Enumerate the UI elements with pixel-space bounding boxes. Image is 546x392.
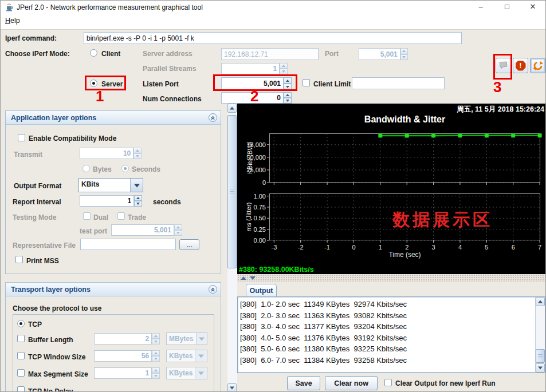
max-segment-unit-value: KBytes bbox=[167, 367, 195, 379]
clear-output-label: Clear Output for new Iperf Run bbox=[395, 379, 496, 387]
collapse-application-panel-icon[interactable] bbox=[209, 113, 217, 122]
output-scrollbar[interactable] bbox=[535, 297, 545, 373]
server-address-input bbox=[221, 48, 319, 60]
report-interval-spinner[interactable] bbox=[80, 195, 142, 207]
application-layer-panel: Application layer options Enable Compati… bbox=[5, 110, 221, 274]
listen-port-label: Listen Port bbox=[143, 80, 179, 88]
options-scrollbar-thumb[interactable] bbox=[227, 115, 237, 268]
server-address-label: Server address bbox=[143, 50, 193, 58]
output-scroll-up-icon[interactable] bbox=[536, 297, 545, 306]
client-limit-input[interactable] bbox=[352, 77, 445, 89]
jitter-axis-label: ms (Jitter) bbox=[245, 202, 252, 231]
restart-iperf-button[interactable] bbox=[530, 58, 545, 73]
stop-iperf-button[interactable]: ! bbox=[513, 58, 528, 73]
clear-now-button[interactable]: Clear now bbox=[325, 376, 378, 390]
transmit-spinner bbox=[80, 148, 142, 159]
bandwidth-axis-label: KBits (BW) bbox=[246, 142, 253, 174]
output-scroll-down-icon[interactable] bbox=[536, 363, 545, 373]
report-interval-field[interactable] bbox=[80, 195, 134, 207]
splitter-down-icon[interactable] bbox=[250, 276, 256, 280]
time-axis-label: Time (sec) bbox=[269, 251, 540, 259]
log-line: [380] 5.0- 6.0 sec 11380 KBytes 93225 Kb… bbox=[240, 343, 533, 355]
iperf-command-input[interactable] bbox=[84, 32, 462, 44]
y-tick-label: 0 bbox=[262, 179, 266, 186]
tcp-radio[interactable] bbox=[17, 320, 25, 327]
max-segment-field bbox=[94, 367, 152, 379]
report-interval-buttons[interactable] bbox=[134, 195, 142, 207]
output-format-dropdown-icon[interactable] bbox=[130, 179, 143, 192]
print-mss-checkbox[interactable] bbox=[15, 256, 23, 263]
port-spinner bbox=[359, 48, 408, 60]
tcp-no-delay-label: TCP No Delay bbox=[28, 387, 73, 392]
iperf-command-label: Iperf command: bbox=[5, 34, 57, 42]
output-scrollbar-thumb[interactable] bbox=[536, 349, 545, 363]
maximize-button[interactable]: □ bbox=[501, 2, 513, 13]
annotation-number-2: 2 bbox=[250, 88, 258, 105]
output-log[interactable]: [380] 1.0- 2.0 sec 11349 KBytes 92974 Kb… bbox=[240, 299, 533, 371]
bytes-radio-label: Bytes bbox=[93, 165, 112, 173]
buffer-length-checkbox[interactable] bbox=[17, 335, 25, 342]
minimize-button[interactable]: – bbox=[474, 2, 487, 13]
num-connections-label: Num Connections bbox=[143, 95, 202, 103]
report-interval-label: Report Interval bbox=[13, 198, 61, 206]
test-port-spinner bbox=[111, 224, 182, 236]
buffer-length-label: Buffer Length bbox=[28, 336, 73, 344]
title-bar: JPerf 2.0 - Network performance measurem… bbox=[1, 1, 545, 14]
tcp-no-delay-checkbox[interactable] bbox=[17, 386, 25, 392]
report-interval-unit-label: seconds bbox=[153, 198, 181, 206]
tcp-window-field bbox=[94, 350, 152, 362]
tcp-window-checkbox[interactable] bbox=[17, 352, 25, 359]
annotation-number-1: 1 bbox=[96, 88, 104, 105]
chart-panel: 周五, 11 5月 2018 15:26:24 Bandwidth & Jitt… bbox=[237, 104, 546, 274]
transport-layer-header: Transport layer options bbox=[6, 283, 221, 296]
buffer-length-buttons bbox=[152, 333, 160, 345]
y-tick-label: 1.00 bbox=[254, 193, 266, 200]
application-layer-title: Application layer options bbox=[11, 114, 96, 122]
parallel-streams-label: Parallel Streams bbox=[143, 65, 196, 73]
buffer-length-unit-combo: MBytes bbox=[166, 332, 207, 345]
options-scrollbar[interactable] bbox=[227, 104, 237, 392]
max-segment-unit-combo: KBytes bbox=[166, 367, 207, 379]
annotation-box-run-button bbox=[493, 54, 512, 80]
parallel-streams-spinner bbox=[221, 63, 288, 74]
scroll-down-icon[interactable] bbox=[227, 383, 237, 392]
menu-help[interactable]: Help bbox=[5, 17, 20, 25]
max-segment-label: Max Segment Size bbox=[28, 370, 88, 378]
log-line: [380] 4.0- 5.0 sec 11376 KBytes 93192 Kb… bbox=[240, 332, 533, 344]
x-tick-label: -3 bbox=[265, 244, 282, 251]
bytes-radio bbox=[83, 165, 90, 172]
x-tick-label: -1 bbox=[319, 244, 336, 251]
test-port-buttons bbox=[174, 224, 182, 236]
x-tick-label: 4 bbox=[451, 244, 469, 251]
tcp-window-unit-combo: KBytes bbox=[166, 350, 207, 362]
clear-output-checkbox[interactable] bbox=[384, 379, 392, 386]
scroll-up-icon[interactable] bbox=[227, 104, 237, 113]
x-tick-label: 7 bbox=[531, 244, 546, 251]
close-button[interactable]: ✕ bbox=[527, 2, 539, 13]
client-limit-label: Client Limit bbox=[313, 80, 351, 88]
x-tick-label: 3 bbox=[425, 244, 442, 251]
chart-output-splitter[interactable] bbox=[237, 274, 546, 282]
y-tick-label: 0.00 bbox=[254, 237, 266, 244]
client-radio[interactable] bbox=[90, 49, 97, 57]
max-segment-checkbox[interactable] bbox=[17, 369, 25, 377]
representative-file-input[interactable] bbox=[80, 239, 176, 250]
tcp-window-buttons bbox=[152, 350, 160, 362]
collapse-transport-panel-icon[interactable] bbox=[209, 285, 217, 294]
print-mss-label: Print MSS bbox=[26, 257, 59, 265]
port-spinner-buttons bbox=[400, 48, 408, 60]
num-connections-buttons[interactable] bbox=[284, 92, 292, 104]
port-spinner-field bbox=[359, 48, 400, 60]
x-tick-label: 5 bbox=[478, 244, 495, 251]
java-app-icon bbox=[5, 3, 14, 12]
enable-compatibility-checkbox[interactable] bbox=[18, 134, 25, 141]
buffer-length-unit-dropdown-icon bbox=[196, 333, 207, 345]
output-format-combo[interactable]: KBits bbox=[78, 178, 143, 192]
browse-file-button[interactable]: ... bbox=[179, 239, 199, 250]
restart-refresh-icon bbox=[533, 61, 543, 71]
tab-output[interactable]: Output bbox=[246, 284, 277, 297]
max-segment-spinner bbox=[94, 367, 160, 379]
save-button[interactable]: Save bbox=[287, 376, 320, 390]
client-limit-checkbox[interactable] bbox=[303, 79, 310, 86]
splitter-up-icon[interactable] bbox=[241, 276, 246, 280]
